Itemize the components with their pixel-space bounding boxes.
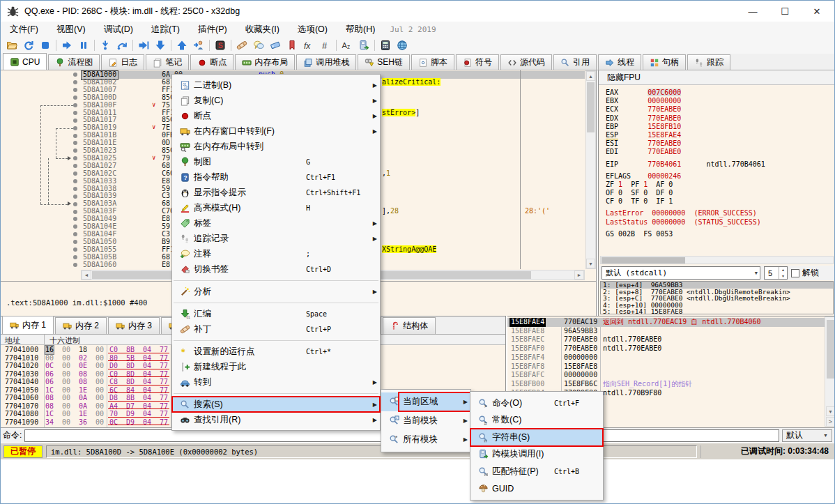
breakpoint-dot[interactable] [73, 217, 77, 221]
stack-row[interactable]: 15E8FB0015E8FB6C指向SEH_Record[1]的指针 [507, 380, 825, 389]
menu-item-追踪记录[interactable]: 追踪记录▶ [172, 231, 380, 246]
tab-调用堆栈[interactable]: 调用堆栈 [296, 54, 356, 70]
tab-句柄[interactable]: 句柄 [643, 54, 686, 70]
menu-item-新建线程于此[interactable]: 新建线程于此 [172, 359, 380, 374]
breakpoint-dot[interactable] [73, 141, 77, 145]
breakpoint-dot[interactable] [73, 119, 77, 123]
register-row[interactable]: ESI 770EABE0 [606, 139, 833, 148]
scroll-up-icon[interactable]: ▲ [586, 71, 595, 81]
menubar-item-收藏夹(I)[interactable]: 收藏夹(I) [236, 22, 289, 37]
menu-item-所有模块[interactable]: *所有模块▶ [381, 430, 470, 449]
menu-item-补丁[interactable]: 补丁Ctrl+P [172, 321, 380, 337]
breakpoint-dot[interactable] [73, 111, 77, 115]
tab-内存 3[interactable]: 内存 3 [108, 317, 160, 334]
menu-item-高亮模式(H)[interactable]: 高亮模式(H)H [172, 200, 380, 215]
patch-button[interactable] [233, 38, 250, 53]
register-row[interactable]: LastError 00000000 (ERROR_SUCCESS) [606, 209, 833, 217]
registers-hscrollbar[interactable] [600, 256, 834, 264]
register-row[interactable]: CF 0 TF 0 IF 1 [606, 197, 833, 206]
register-row[interactable]: EBX 00000000 [606, 97, 833, 105]
restart-button[interactable] [20, 38, 37, 53]
breakpoint-dot[interactable] [73, 194, 77, 199]
menu-item-当前区域[interactable]: 当前区域▶ [381, 392, 470, 411]
menubar-item-帮助(H)[interactable]: 帮助(H) [337, 22, 384, 37]
disassembly-vscrollbar[interactable]: ▲▼ [585, 70, 596, 269]
breakpoint-dot[interactable] [73, 224, 77, 229]
registers-rows[interactable]: EAX 007C6000EBX 00000000ECX 770EABE0 EDX… [606, 89, 833, 238]
breakpoint-dot[interactable] [73, 103, 77, 107]
breakpoint-dot[interactable] [73, 232, 77, 236]
menu-item-在内存窗口中转到(F)[interactable]: 在内存窗口中转到(F)▶ [172, 123, 380, 139]
vscroll-thumb[interactable] [827, 320, 834, 379]
arguments-list[interactable]: 1: [esp+4] 96A59BB32: [esp+8] 770EABE0 <… [600, 281, 834, 314]
menu-item-设置新的运行点[interactable]: *设置新的运行点Ctrl+* [172, 344, 380, 359]
tab-源代码[interactable]: 源代码 [500, 54, 552, 70]
register-row[interactable]: EDX 770EABE0 [606, 114, 833, 123]
module-calls-button[interactable] [355, 38, 372, 53]
scroll-down-icon[interactable]: ▼ [826, 406, 835, 416]
menu-item-转到[interactable]: 转到▶ [172, 374, 380, 390]
hscroll-more-icon[interactable]: > [826, 417, 835, 427]
register-row[interactable]: GS 002B FS 0053 [606, 230, 833, 238]
argument-row[interactable]: 5: [esp+14] 15E8FAE8 [601, 308, 833, 314]
tab-断点[interactable]: 断点 [190, 54, 233, 70]
menu-item-显示指令提示[interactable]: 显示指令提示Ctrl+Shift+F1 [172, 185, 380, 200]
hide-fpu-button[interactable]: 隐藏FPU [607, 72, 641, 84]
menu-item-字符串(S)[interactable]: ,,字符串(S) [470, 429, 603, 446]
tab-结构体[interactable]: 结构体 [383, 317, 436, 334]
stack-row[interactable]: 15E8FAE896A59BB3 [507, 327, 825, 336]
menu-item-注释[interactable]: 注释; [172, 246, 380, 261]
run-to-cursor-button[interactable] [135, 38, 152, 53]
step-into-button[interactable] [97, 38, 114, 53]
tab-流程图[interactable]: 流程图 [48, 54, 100, 70]
register-row[interactable]: LastStatus 00000000 (STATUS_SUCCESS) [606, 218, 833, 227]
register-row[interactable]: OF 0 SF 0 DF 0 [606, 189, 833, 197]
menubar-item-调试(D)[interactable]: 调试(D) [95, 22, 142, 37]
breakpoint-dot[interactable] [73, 179, 77, 183]
breakpoint-dot[interactable] [73, 148, 77, 153]
scylla-button[interactable]: S [212, 38, 229, 53]
breakpoint-dot[interactable] [73, 202, 77, 206]
calling-convention-select[interactable]: 默认 (stdcall) ▼ [602, 266, 760, 280]
scroll-right-icon[interactable]: ► [574, 270, 584, 280]
spin-up-icon[interactable]: ▲ [779, 267, 787, 273]
pause-button[interactable] [75, 38, 92, 53]
menu-item-匹配特征(P)[interactable]: 匹配特征(P)Ctrl+B [470, 463, 603, 480]
breakpoint-dot[interactable] [73, 126, 77, 130]
checkbox-icon[interactable] [791, 269, 799, 277]
menu-item-查找引用(R)[interactable]: 查找引用(R)▶ [172, 412, 380, 427]
breakpoint-dot[interactable] [73, 134, 77, 138]
stack-vscrollbar[interactable]: ▼> [825, 316, 835, 427]
register-row[interactable]: ECX 770EABE0 [606, 105, 833, 114]
register-row[interactable]: EFLAGS 00000246 [606, 172, 833, 181]
comments-button[interactable] [250, 38, 267, 53]
menu-item-当前模块[interactable]: x当前模块▶ [381, 411, 470, 430]
breakpoint-dot[interactable] [73, 96, 77, 100]
vscroll-thumb[interactable] [587, 82, 595, 132]
menu-item-跨模块调用(I)[interactable]: 跨模块调用(I) [470, 446, 603, 464]
menu-item-搜索(S)[interactable]: 搜索(S)▶ [172, 397, 380, 412]
breakpoint-dot[interactable] [73, 240, 77, 244]
minimize-button[interactable]: — [737, 1, 769, 22]
menu-item-汇编[interactable]: 01汇编Space [172, 306, 380, 321]
stack-row[interactable]: 15E8FAF0770EABE0ntdll.770EABE0 [507, 344, 825, 353]
register-row[interactable]: EAX 007C6000 [606, 89, 833, 97]
unlock-checkbox[interactable]: 解锁 [791, 267, 819, 279]
stop-button[interactable] [37, 38, 54, 53]
step-over-button[interactable] [114, 38, 130, 53]
register-row[interactable]: ZF 1 PF 1 AF 0 [606, 181, 833, 189]
breakpoint-dot[interactable] [73, 187, 77, 191]
tab-笔记[interactable]: 笔记 [146, 54, 189, 70]
menu-item-常数(C)[interactable]: #常数(C) [470, 412, 603, 429]
breakpoint-dot[interactable] [73, 247, 77, 252]
menubar-item-插件(P)[interactable]: 插件(P) [189, 22, 236, 37]
menu-item-切换书签[interactable]: 切换书签Ctrl+D [172, 261, 380, 277]
spin-down-icon[interactable]: ▼ [779, 273, 787, 280]
open-file-button[interactable] [3, 38, 20, 53]
tab-SEH链[interactable]: SEH链 [358, 54, 410, 70]
register-row[interactable]: ESP 15E8FAE4 [606, 131, 833, 139]
menu-item-命令(O)[interactable]: >命令(O)Ctrl+F [470, 395, 603, 412]
tab-脚本[interactable]: 脚本 [411, 54, 454, 70]
menu-item-标签[interactable]: 标签▶ [172, 215, 380, 231]
tab-日志[interactable]: 日志 [101, 54, 144, 70]
